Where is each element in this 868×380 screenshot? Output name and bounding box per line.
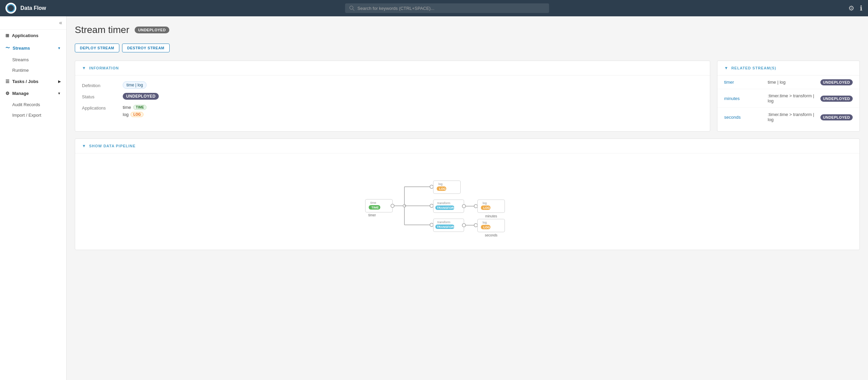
time-node-label: time (371, 201, 376, 204)
svg-line-1 (353, 9, 355, 11)
related-row-minutes: minutes :timer.time > transform | log UN… (717, 89, 860, 108)
information-title: INFORMATION (89, 66, 119, 70)
information-header[interactable]: ▼ INFORMATION (75, 61, 710, 76)
app-time-name: time (123, 105, 131, 110)
time-tag-text: TIME (372, 206, 379, 209)
related-stream-def-minutes: :timer.time > transform | log (768, 93, 818, 103)
page-title: Stream timer (75, 24, 129, 35)
app-log-row: log LOG (123, 112, 703, 117)
sidebar-item-audit-records[interactable]: Audit Records (0, 99, 66, 110)
sidebar-streams-label: Streams (13, 46, 30, 51)
transform-bot-out-dot (462, 224, 466, 227)
related-status-badge-minutes: UNDEPLOYED (820, 96, 853, 101)
chevron-icon-related: ▼ (724, 66, 729, 70)
transform-bot-label: transform (438, 220, 450, 224)
information-card: ▼ INFORMATION Definition time | log Stat… (75, 61, 710, 132)
related-status-badge-timer: UNDEPLOYED (820, 80, 853, 85)
transform-bot-in-dot (430, 223, 433, 227)
sidebar-item-applications[interactable]: ⊞ Applications (0, 30, 66, 42)
related-row-seconds: seconds :timer.time > transform | log UN… (717, 108, 860, 126)
sidebar-tasks-label: Tasks / Jobs (12, 79, 38, 84)
sidebar-item-runtime[interactable]: Runtime (0, 65, 66, 76)
sidebar-applications-label: Applications (12, 33, 38, 38)
related-status-badge-seconds: UNDEPLOYED (820, 115, 853, 120)
search-bar[interactable]: Search for keywords (CTRL+SPACE)... (345, 3, 549, 13)
related-stream-name-timer[interactable]: timer (724, 80, 765, 85)
transform-bot-tag-text: TRANSFORM (437, 225, 457, 229)
main-content: Stream timer UNDEPLOYED DEPLOY STREAM DE… (67, 16, 868, 380)
page-status-badge: UNDEPLOYED (135, 27, 169, 33)
transform-mid-tag-text: TRANSFORM (437, 206, 457, 210)
topbar-left: Data Flow (5, 3, 46, 14)
related-streams-body: timer time | log UNDEPLOYED minutes :tim… (717, 76, 860, 126)
manage-icon: ⚙ (5, 91, 10, 96)
chevron-right-icon: ▶ (58, 80, 61, 83)
definition-row: Definition time | log (82, 82, 703, 88)
chevron-icon-pipeline: ▼ (82, 144, 86, 148)
sidebar-item-streams-parent[interactable]: 〜 Streams ▼ (0, 42, 66, 54)
sidebar-item-import-export[interactable]: Import / Export (0, 110, 66, 120)
grid-icon: ⊞ (5, 33, 9, 38)
minutes-label: minutes (485, 214, 497, 218)
transform-mid-in-dot (430, 204, 433, 208)
related-streams-header[interactable]: ▼ RELATED STREAM(S) (717, 61, 860, 76)
app-title: Data Flow (20, 5, 46, 11)
log-mid-in-dot (474, 204, 478, 208)
content-grid: ▼ INFORMATION Definition time | log Stat… (75, 61, 860, 132)
pipeline-card: ▼ SHOW DATA PIPELINE time TIME timer (75, 138, 860, 250)
log-mid-tag-text: LOG (483, 206, 490, 210)
related-row-timer: timer time | log UNDEPLOYED (717, 76, 860, 89)
related-streams-card: ▼ RELATED STREAM(S) timer time | log UND… (717, 61, 860, 132)
status-label: Status (82, 94, 123, 99)
log-bot-in-dot (474, 224, 478, 227)
topbar-right: ⚙ ℹ (848, 4, 863, 12)
definition-badge: time | log (123, 81, 147, 89)
deploy-stream-button[interactable]: DEPLOY STREAM (75, 44, 119, 52)
status-value: UNDEPLOYED (123, 94, 703, 99)
related-streams-title: RELATED STREAM(S) (731, 66, 776, 70)
information-body: Definition time | log Status UNDEPLOYED … (75, 76, 710, 131)
transform-mid-out-dot (462, 204, 466, 208)
pipeline-diagram: time TIME timer log LOG (82, 164, 853, 238)
sidebar-manage-label: Manage (12, 91, 29, 96)
related-stream-name-minutes[interactable]: minutes (724, 96, 765, 101)
sidebar-collapse-area: « (0, 16, 66, 30)
chevron-icon-info: ▼ (82, 66, 86, 70)
applications-value: time TIME log LOG (123, 105, 703, 119)
sidebar-item-manage[interactable]: ⚙ Manage ▼ (0, 87, 66, 99)
applications-row: Applications time TIME log LOG (82, 105, 703, 119)
collapse-sidebar-button[interactable]: « (59, 20, 62, 26)
stream-icon: 〜 (5, 45, 10, 51)
info-icon[interactable]: ℹ (860, 4, 863, 12)
related-stream-name-seconds[interactable]: seconds (724, 115, 765, 120)
destroy-stream-button[interactable]: DESTROY STREAM (122, 44, 169, 52)
log-bot-tag-text: LOG (483, 226, 490, 229)
pipeline-body: time TIME timer log LOG (75, 153, 860, 250)
related-stream-def-timer: time | log (768, 80, 818, 85)
settings-icon[interactable]: ⚙ (848, 4, 854, 12)
log-top-in-dot (430, 185, 433, 188)
transform-mid-label: transform (438, 201, 450, 205)
pipeline-header[interactable]: ▼ SHOW DATA PIPELINE (75, 139, 860, 153)
tasks-icon: ☰ (5, 79, 10, 84)
seconds-label: seconds (485, 233, 497, 237)
status-row: Status UNDEPLOYED (82, 94, 703, 99)
app-log-name: log (123, 112, 129, 117)
log-top-label: log (439, 182, 443, 186)
topbar: Data Flow Search for keywords (CTRL+SPAC… (0, 0, 868, 16)
related-stream-def-seconds: :timer.time > transform | log (768, 112, 818, 122)
chevron-down-icon-2: ▼ (57, 92, 61, 95)
sidebar-item-tasks-jobs[interactable]: ☰ Tasks / Jobs ▶ (0, 76, 66, 87)
sidebar: « ⊞ Applications 〜 Streams ▼ Streams Run… (0, 16, 67, 380)
applications-label: Applications (82, 105, 123, 111)
chevron-down-icon: ▼ (57, 46, 61, 50)
definition-value: time | log (123, 82, 703, 87)
search-placeholder: Search for keywords (CTRL+SPACE)... (357, 6, 434, 11)
sidebar-item-streams-list[interactable]: Streams (0, 54, 66, 65)
app-logo[interactable] (5, 3, 16, 14)
pipeline-title: SHOW DATA PIPELINE (89, 144, 136, 148)
svg-point-0 (350, 6, 353, 10)
app-log-tag: LOG (131, 112, 143, 117)
search-icon (349, 5, 355, 11)
log-bot-label: log (483, 221, 487, 224)
